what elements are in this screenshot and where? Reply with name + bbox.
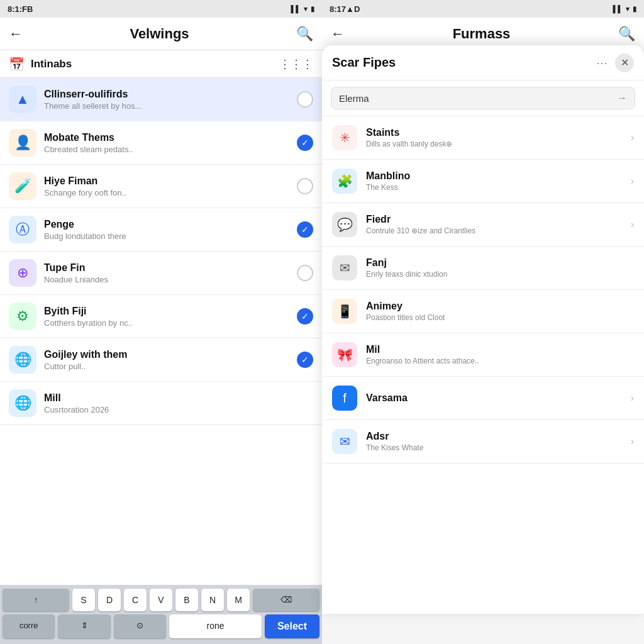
right-panel: 8:17▲D ▌▌ ▾ ▮ ← Furmass 🔍 📅 Rustings ⋮⋮⋮… (322, 0, 644, 644)
toggle-check[interactable]: ✓ (297, 135, 313, 151)
modal-close-button[interactable]: ✕ (615, 53, 634, 72)
toggle-circle[interactable] (297, 265, 313, 281)
modal-list-item[interactable]: 📱 Animey Poastion titles old Cloot (322, 290, 644, 333)
modal-list-item[interactable]: 💬 Fiedr Contrule 310 ⊕ize and Cirantlies… (322, 203, 644, 247)
modal-item-icon: 🧩 (332, 169, 357, 194)
modal-list-item[interactable]: ✳ Staints Dills as valth tianly desk⊕ › (322, 116, 644, 160)
modal-list-item[interactable]: f Varsama › (322, 377, 644, 420)
item-name: Cllinserr-oulifirds (44, 89, 289, 100)
item-desc: Cbreated sleam pedats.. (44, 145, 289, 154)
key-c[interactable]: C (124, 589, 147, 611)
shift-key[interactable]: ↑ (3, 589, 69, 611)
modal-dots[interactable]: ⋯ (596, 56, 608, 70)
list-item[interactable]: ⚙ Byith Fiji Cotthers byration by nc.. ✓ (0, 295, 322, 338)
modal-item-name: Adsr (366, 431, 622, 442)
modal-item-text: Fanj Enrly teaxs dinic xtudion (366, 257, 634, 279)
key-m[interactable]: M (227, 589, 250, 611)
corre-key[interactable]: corre (3, 614, 55, 638)
select-button[interactable]: Select (265, 614, 319, 638)
rone-key[interactable]: rone (169, 614, 262, 638)
modal-item-name: Fiedr (366, 214, 622, 225)
left-app-title: Velwings (130, 26, 189, 42)
chevron-right-icon: › (631, 392, 634, 404)
modal-list-item[interactable]: 🧩 Manblino The Kess › (322, 160, 644, 203)
left-section-title: Intinabs (31, 58, 72, 70)
list-item[interactable]: 🌐 Goijley with them Cuttor pull.. ✓ (0, 338, 322, 382)
modal-item-desc: Dills as valth tianly desk⊕ (366, 140, 622, 148)
list-item[interactable]: ⊕ Tupe Fin Noadue Lniandes (0, 252, 322, 295)
left-grid-icon[interactable]: ⋮⋮⋮ (279, 57, 313, 71)
right-search-icon[interactable]: 🔍 (618, 26, 635, 42)
list-item[interactable]: 🧪 Hiye Fiman Schange fory ooft fon.. (0, 165, 322, 208)
item-icon: ▲ (9, 86, 36, 113)
modal-item-icon: ✉ (332, 429, 357, 454)
item-text: Byith Fiji Cotthers byration by nc.. (44, 306, 289, 328)
key-b[interactable]: B (175, 589, 198, 611)
calendar-icon: 📅 (9, 57, 25, 72)
modal-item-icon: 💬 (332, 212, 357, 237)
toggle-circle[interactable] (297, 178, 313, 194)
modal-item-text: Mil Engroanso to Attient acts athace.. (366, 344, 634, 365)
item-text: Mill Cusrtoration 2026 (44, 392, 313, 414)
modal-item-text: Varsama (366, 392, 622, 404)
item-desc: Noadue Lniandes (44, 275, 289, 284)
modal-list-item[interactable]: ✉ Fanj Enrly teaxs dinic xtudion (322, 247, 644, 290)
keyboard-area: ↑ S D C V B N M ⌫ corre ⇕ ⊙ rone Select (0, 585, 322, 644)
item-name: Hiye Fiman (44, 175, 289, 187)
modal-list-item[interactable]: 🎀 Mil Engroanso to Attient acts athace.. (322, 333, 644, 377)
modal-item-name: Staints (366, 127, 622, 138)
key-s[interactable]: S (72, 589, 95, 611)
modal-search-arrow[interactable]: → (617, 92, 627, 104)
modal-item-name: Manblino (366, 170, 622, 182)
list-item[interactable]: ▲ Cllinserr-oulifirds Theme all selleret… (0, 78, 322, 121)
toggle-check[interactable]: ✓ (297, 308, 313, 325)
item-name: Mill (44, 392, 313, 404)
modal-item-text: Manblino The Kess (366, 170, 622, 192)
key-v[interactable]: V (150, 589, 172, 611)
left-section-header: 📅 Intinabs ⋮⋮⋮ (0, 50, 322, 78)
list-item[interactable]: 👤 Mobate Thems Cbreated sleam pedats.. ✓ (0, 121, 322, 165)
toggle-check[interactable]: ✓ (297, 352, 313, 368)
chevron-right-icon: › (631, 175, 634, 187)
item-icon: Ⓐ (9, 216, 36, 243)
modal-item-icon: 🎀 (332, 342, 357, 367)
right-status-icons: ▌▌ ▾ ▮ (613, 5, 636, 13)
left-status-time: 8:1:FB (8, 4, 33, 14)
right-app-title: Furmass (453, 26, 511, 42)
modal-item-icon: ✳ (332, 125, 357, 150)
modal-list: ✳ Staints Dills as valth tianly desk⊕ › … (322, 116, 644, 614)
key-d[interactable]: D (98, 589, 121, 611)
toggle-check[interactable]: ✓ (297, 221, 313, 238)
item-text: Penge Budg londutation there (44, 219, 289, 241)
left-search-icon[interactable]: 🔍 (296, 26, 313, 42)
modal-search-input[interactable]: Elerma → (331, 87, 635, 109)
left-back-button[interactable]: ← (9, 26, 23, 42)
item-text: Tupe Fin Noadue Lniandes (44, 262, 289, 284)
left-top-bar: ← Velwings 🔍 (0, 18, 322, 50)
right-back-button[interactable]: ← (331, 26, 345, 42)
modal-item-desc: The Kises Whate (366, 443, 622, 452)
key-n[interactable]: N (201, 589, 224, 611)
keyboard-row-2: corre ⇕ ⊙ rone Select (3, 614, 319, 638)
list-item[interactable]: Ⓐ Penge Budg londutation there ✓ (0, 208, 322, 252)
item-name: Mobate Thems (44, 132, 289, 143)
modal-item-text: Fiedr Contrule 310 ⊕ize and Cirantlies (366, 214, 622, 235)
modal-search-value: Elerma (339, 93, 612, 104)
modal-list-item[interactable]: ✉ Adsr The Kises Whate › (322, 420, 644, 464)
modal-item-text: Adsr The Kises Whate (366, 431, 622, 452)
modal-item-desc: Enrly teaxs dinic xtudion (366, 270, 634, 279)
chevron-right-icon: › (631, 219, 634, 230)
item-desc: Theme all selleret by hos... (44, 101, 289, 111)
item-icon: 🧪 (9, 172, 36, 200)
modal-item-text: Animey Poastion titles old Cloot (366, 301, 634, 322)
item-desc: Schange fory ooft fon.. (44, 188, 289, 197)
shift2-key[interactable]: ⇕ (58, 614, 110, 638)
toggle-circle[interactable] (297, 91, 313, 108)
backspace-key[interactable]: ⌫ (253, 589, 319, 611)
modal-item-desc: The Kess (366, 183, 622, 192)
modal-item-desc: Poastion titles old Cloot (366, 313, 634, 322)
left-status-bar: 8:1:FB ▌▌ ▾ ▮ (0, 0, 322, 18)
mic-key[interactable]: ⊙ (114, 614, 166, 638)
list-item[interactable]: 🌐 Mill Cusrtoration 2026 (0, 382, 322, 425)
modal-item-icon: ✉ (332, 255, 357, 280)
